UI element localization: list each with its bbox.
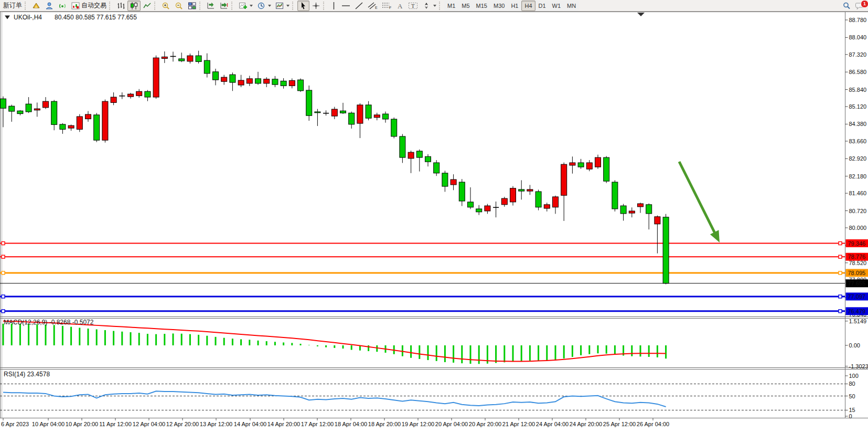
fibonacci-button[interactable]: F <box>380 1 394 11</box>
main-toolbar: 新订单 自动交易 E F A T M1 M5 M15 M30 H1 H4 D1 … <box>0 0 868 12</box>
arrows-icon <box>422 2 431 10</box>
candlestick <box>85 114 91 119</box>
line-endpoint-marker[interactable] <box>839 310 842 313</box>
line-endpoint-marker[interactable] <box>2 295 5 298</box>
candlestick <box>374 115 380 118</box>
candlestick <box>357 105 363 123</box>
indicators-add-button[interactable] <box>237 1 255 11</box>
candlestick <box>179 59 185 61</box>
tile-windows-button[interactable] <box>186 1 199 11</box>
timeframe-d1-button[interactable]: D1 <box>535 1 549 11</box>
notification-badge: 1 <box>861 0 868 8</box>
candlestick <box>153 58 159 97</box>
time-label: 18 Apr 04:00 <box>335 421 367 427</box>
cursor-button[interactable] <box>297 1 309 11</box>
price-tick-label: 87.320 <box>849 51 867 58</box>
text-icon: A <box>396 2 404 10</box>
expert-advisor-button[interactable] <box>43 1 56 11</box>
toolbar-grip <box>292 2 297 10</box>
search-icon <box>842 2 851 10</box>
auto-scroll-button[interactable] <box>205 1 218 11</box>
bar-chart-button[interactable] <box>114 1 127 11</box>
horizontal-line-button[interactable] <box>339 1 352 11</box>
candlestick-chart-button[interactable] <box>127 1 141 11</box>
auto-trading-button[interactable]: 自动交易 <box>69 1 109 11</box>
line-endpoint-marker[interactable] <box>839 255 842 258</box>
line-chart-button[interactable] <box>141 1 154 11</box>
toolbar-grip <box>109 2 114 10</box>
price-tick-label: 80.000 <box>849 225 867 231</box>
price-badge-label: 78.776 <box>848 254 866 260</box>
macd-tick-label: -1.3023 <box>849 363 868 369</box>
trendline-button[interactable] <box>352 1 366 11</box>
timeframe-m30-button[interactable]: M30 <box>490 1 508 11</box>
zoom-in-button[interactable] <box>159 1 173 11</box>
line-endpoint-marker[interactable] <box>839 295 842 298</box>
crosshair-button[interactable] <box>309 1 323 11</box>
new-order-button[interactable]: 新订单 <box>1 1 24 11</box>
time-label: 24 Apr 20:00 <box>570 421 602 427</box>
equidistant-channel-icon: E <box>368 2 378 10</box>
time-label: 14 Apr 04:00 <box>234 421 266 427</box>
line-endpoint-marker[interactable] <box>2 310 5 313</box>
candlestick <box>485 206 490 211</box>
candlestick <box>247 79 252 83</box>
periods-icon <box>257 2 266 10</box>
toolbar-grip <box>199 2 204 10</box>
candlestick <box>289 80 295 86</box>
timeframe-h1-button[interactable]: H1 <box>508 1 521 11</box>
chart-canvas[interactable]: 88.78088.04087.32086.58085.84085.12084.3… <box>0 0 868 433</box>
timeframe-mn-button[interactable]: MN <box>564 1 579 11</box>
periods-button[interactable] <box>255 1 273 11</box>
candlestick <box>204 60 210 73</box>
line-endpoint-marker[interactable] <box>2 255 5 258</box>
line-endpoint-marker[interactable] <box>2 242 5 245</box>
timeframe-m1-button[interactable]: M1 <box>444 1 458 11</box>
time-label: 6 Apr 2023 <box>1 421 29 427</box>
chat-button[interactable]: 1 <box>853 1 867 11</box>
candlestick <box>331 109 337 116</box>
zoom-in-icon <box>162 2 170 10</box>
time-label: 10 Apr 04:00 <box>32 421 65 427</box>
vertical-line-button[interactable] <box>328 1 339 11</box>
zoom-out-button[interactable] <box>173 1 186 11</box>
candlestick <box>272 79 278 85</box>
toolbar-grip <box>154 2 159 10</box>
candlestick-chart-icon <box>130 2 138 10</box>
signals-button[interactable] <box>56 1 69 11</box>
profile-button[interactable] <box>30 1 43 11</box>
candlestick <box>77 117 82 129</box>
chart-plot-area[interactable] <box>0 12 845 418</box>
line-endpoint-marker[interactable] <box>2 271 5 274</box>
timeframe-m15-button[interactable]: M15 <box>473 1 490 11</box>
candlestick <box>425 156 431 162</box>
timeframe-h4-button[interactable]: H4 <box>521 1 535 11</box>
chart-shift-button[interactable] <box>218 1 231 11</box>
macd-tick-label: 1.5149 <box>849 318 867 324</box>
candlestick <box>255 79 261 83</box>
templates-button[interactable] <box>273 1 292 11</box>
toolbar-grip <box>25 2 29 10</box>
candlestick <box>315 112 320 113</box>
text-button[interactable]: A <box>394 1 406 11</box>
line-endpoint-marker[interactable] <box>839 242 842 245</box>
time-label: 11 Apr 12:00 <box>99 421 132 427</box>
price-badge-label: 77.655 <box>848 280 866 287</box>
arrows-button[interactable] <box>420 1 438 11</box>
equidistant-channel-button[interactable]: E <box>366 1 380 11</box>
price-tick-label: 82.180 <box>849 173 867 179</box>
candlestick <box>620 206 626 214</box>
timeframe-m5-button[interactable]: M5 <box>458 1 473 11</box>
line-endpoint-marker[interactable] <box>839 271 842 274</box>
candlestick <box>459 182 465 201</box>
autotrading-icon <box>71 2 80 10</box>
text-label-button[interactable]: T <box>406 1 420 11</box>
candlestick <box>604 157 609 181</box>
timeframe-w1-button[interactable]: W1 <box>549 1 564 11</box>
candlestick <box>68 125 74 128</box>
tile-windows-icon <box>188 2 197 10</box>
time-label: 12 Apr 04:00 <box>133 421 165 427</box>
time-label: 14 Apr 20:00 <box>267 421 300 427</box>
search-button[interactable] <box>840 1 853 11</box>
auto-trading-label: 自动交易 <box>81 1 106 10</box>
